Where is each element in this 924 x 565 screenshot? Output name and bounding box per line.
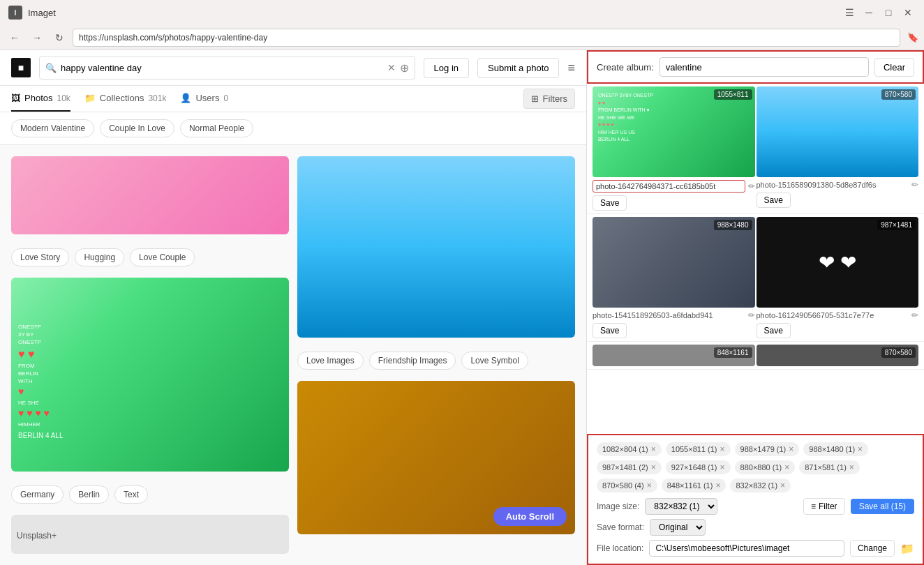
photo-thumb-4[interactable]: 987×1481 ❤ ❤ xyxy=(757,217,919,308)
filter-row: Image size: 832×832 (1) ≡ Filter Save al… xyxy=(597,498,914,515)
clear-album-button[interactable]: Clear xyxy=(874,58,914,77)
save-button-4[interactable]: Save xyxy=(757,323,791,338)
minimize-button[interactable]: ─ xyxy=(861,5,877,20)
photo-thumb-5[interactable]: 848×1161 xyxy=(593,345,755,366)
back-button[interactable]: ← xyxy=(6,29,24,47)
chip-remove-3[interactable]: × xyxy=(858,444,863,454)
tag-love-story[interactable]: Love Story xyxy=(11,248,69,266)
tag-berlin[interactable]: Berlin xyxy=(69,485,109,504)
save-button-3[interactable]: Save xyxy=(593,323,627,338)
chip-label-5: 927×1648 (1) xyxy=(671,463,717,472)
left-column: Love Story Hugging Love Couple ONESTP3Y … xyxy=(11,156,289,554)
file-location-label: File location: xyxy=(597,543,643,553)
photo-name-4: photo-1612490566705-531c7e77e xyxy=(757,311,909,319)
photo-thumb-3[interactable]: 988×1480 xyxy=(593,217,755,308)
size-chip-7: 871×581 (1) × xyxy=(799,460,860,474)
save-button-1[interactable]: Save xyxy=(593,195,627,211)
filters-button[interactable]: ⊞ Filters xyxy=(523,89,575,109)
clear-search-button[interactable]: ✕ xyxy=(387,62,396,73)
chip-remove-7[interactable]: × xyxy=(849,462,854,472)
search-input[interactable] xyxy=(61,63,383,73)
change-location-button[interactable]: Change xyxy=(850,540,895,557)
photo-thumb-2[interactable]: 870×580 xyxy=(757,86,919,177)
auto-scroll-button[interactable]: Auto Scroll xyxy=(493,507,567,526)
photos-icon: 🖼 xyxy=(11,93,20,103)
chip-remove-0[interactable]: × xyxy=(651,444,656,454)
edit-icon-3[interactable]: ✏ xyxy=(748,310,755,320)
unsplash-logo: ■ xyxy=(11,58,31,77)
hamburger-icon[interactable]: ☰ xyxy=(842,5,857,20)
search-box: 🔍 ✕ ⊕ xyxy=(39,56,415,80)
tag-friendship-images[interactable]: Friendship Images xyxy=(369,352,456,370)
right-tags: Love Images Friendship Images Love Symbo… xyxy=(297,346,575,372)
size-chip-4: 987×1481 (2) × xyxy=(597,460,662,474)
tag-couple-in-love[interactable]: Couple In Love xyxy=(100,119,174,137)
chip-remove-9[interactable]: × xyxy=(715,481,720,490)
menu-icon[interactable]: ≡ xyxy=(567,61,575,75)
photo-card-berlin[interactable]: ONESTP3Y BYONESTP ♥ ♥ FROMBERLINWITH ♥ H… xyxy=(11,278,289,472)
folder-icon[interactable]: 📁 xyxy=(900,542,914,555)
chip-label-4: 987×1481 (2) xyxy=(602,463,648,472)
size-chip-9: 848×1161 (1) × xyxy=(662,479,726,492)
size-chips-container: 1082×804 (1) × 1055×811 (1) × 988×1479 (… xyxy=(597,442,914,492)
tab-users[interactable]: 👤 Users 0 xyxy=(180,86,228,112)
tag-love-couple[interactable]: Love Couple xyxy=(130,248,195,266)
tag-normal-people[interactable]: Normal People xyxy=(180,119,253,137)
bookmark-icon[interactable]: 🔖 xyxy=(907,32,918,43)
photo-card-hands-pink[interactable] xyxy=(11,156,289,234)
photo-card-chocolate[interactable]: Auto Scroll xyxy=(297,381,575,534)
save-button-2[interactable]: Save xyxy=(757,193,791,208)
chip-remove-4[interactable]: × xyxy=(651,462,656,472)
collections-icon: 📁 xyxy=(84,93,96,103)
close-button[interactable]: ✕ xyxy=(900,5,916,20)
titlebar-left: I Imaget xyxy=(8,6,56,20)
tag-germany[interactable]: Germany xyxy=(11,485,64,504)
save-format-select[interactable]: Original xyxy=(650,519,706,536)
chip-label-2: 988×1479 (1) xyxy=(740,445,787,453)
chip-remove-5[interactable]: × xyxy=(720,462,725,472)
chip-label-0: 1082×804 (1) xyxy=(602,445,648,453)
chip-remove-10[interactable]: × xyxy=(780,481,785,490)
camera-icon[interactable]: ⊕ xyxy=(400,61,409,75)
save-all-button[interactable]: Save all (15) xyxy=(851,499,914,514)
chip-remove-8[interactable]: × xyxy=(647,481,652,490)
refresh-button[interactable]: ↻ xyxy=(50,29,68,47)
filter-button[interactable]: ≡ Filter xyxy=(803,498,845,515)
submit-photo-button[interactable]: Submit a photo xyxy=(477,58,559,78)
photo-thumb-1[interactable]: 1055×811 ONESTP 3YBY ONESTP ♥ ♥ FROM BER… xyxy=(593,86,755,177)
size-chip-5: 927×1648 (1) × xyxy=(666,460,731,474)
tag-hugging[interactable]: Hugging xyxy=(75,248,124,266)
photo-item-6: 870×580 xyxy=(757,345,919,366)
tab-collections[interactable]: 📁 Collections 301k xyxy=(84,86,167,112)
tag-love-symbol[interactable]: Love Symbol xyxy=(461,352,528,370)
url-input[interactable] xyxy=(79,33,894,43)
edit-icon-4[interactable]: ✏ xyxy=(911,310,918,320)
tab-photos[interactable]: 🖼 Photos 10k xyxy=(11,86,70,112)
chip-remove-1[interactable]: × xyxy=(720,444,725,454)
image-size-select[interactable]: 832×832 (1) xyxy=(645,498,717,515)
titlebar: I Imaget ☰ ─ □ ✕ xyxy=(0,0,924,25)
login-button[interactable]: Log in xyxy=(424,58,469,78)
album-name-input[interactable] xyxy=(660,57,869,77)
tag-text[interactable]: Text xyxy=(114,485,148,504)
search-area: ■ 🔍 ✕ ⊕ Log in Submit a photo ≡ xyxy=(0,50,586,86)
photo-name-input-1[interactable] xyxy=(593,180,745,193)
forward-button[interactable]: → xyxy=(28,29,46,47)
tag-love-images[interactable]: Love Images xyxy=(297,352,364,370)
photo-thumb-6[interactable]: 870×580 xyxy=(757,345,919,366)
size-chip-2: 988×1479 (1) × xyxy=(735,442,800,456)
maximize-button[interactable]: □ xyxy=(881,5,896,20)
photo-card-unsplash-plus[interactable]: Unsplash+ xyxy=(11,515,289,554)
edit-icon-1[interactable]: ✏ xyxy=(748,181,755,191)
photo-name-2: photo-1516589091380-5d8e87df6s xyxy=(757,181,909,189)
url-bar xyxy=(73,29,900,47)
photo-dim-badge-4: 987×1481 xyxy=(877,220,916,230)
tag-modern-valentine[interactable]: Modern Valentine xyxy=(11,119,94,137)
photo-card-hands-sea[interactable] xyxy=(297,156,575,338)
edit-icon-2[interactable]: ✏ xyxy=(911,180,918,190)
top-tags: Modern Valentine Couple In Love Normal P… xyxy=(0,112,586,145)
chip-remove-2[interactable]: × xyxy=(789,444,793,454)
file-location-input[interactable] xyxy=(649,540,844,557)
users-icon: 👤 xyxy=(180,93,191,103)
chip-remove-6[interactable]: × xyxy=(784,462,789,472)
